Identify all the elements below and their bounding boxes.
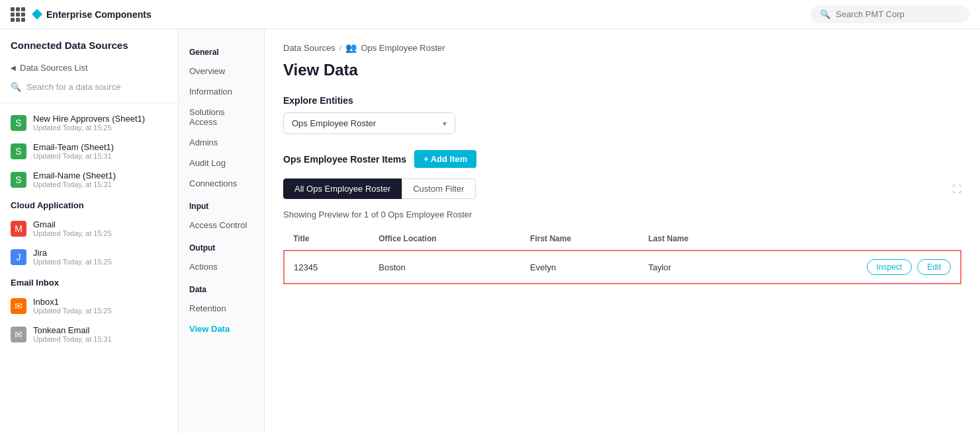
nav-item-view-data[interactable]: View Data bbox=[179, 319, 264, 339]
sidebar-item-sub: Updated Today, at 15:25 bbox=[33, 307, 112, 315]
sidebar-item-sub: Updated Today, at 15:25 bbox=[33, 258, 112, 266]
top-nav-left: Enterprise Components bbox=[11, 7, 152, 22]
sidebar-item-name: Jira bbox=[33, 248, 112, 258]
search-icon: 🔍 bbox=[11, 82, 21, 92]
search-input[interactable] bbox=[836, 9, 960, 19]
sidebar-back-link[interactable]: ◀ Data Sources List bbox=[0, 59, 178, 77]
breadcrumb-entity-icon: 👥 bbox=[345, 42, 357, 53]
table-row: 12345 Boston Evelyn Taylor Inspect Edit bbox=[284, 251, 961, 284]
app-logo: Enterprise Components bbox=[32, 9, 152, 20]
tonkean-email-icon: ✉ bbox=[11, 327, 26, 342]
sidebar-search[interactable]: 🔍 Search for a data source bbox=[0, 77, 178, 97]
entity-dropdown-value: Ops Employee Roster bbox=[292, 118, 376, 128]
col-last-name: Last Name bbox=[639, 227, 756, 251]
sidebar-item-name: Inbox1 bbox=[33, 297, 112, 307]
nav-item-audit-log[interactable]: Audit Log bbox=[179, 153, 264, 173]
cell-last-name: Taylor bbox=[639, 251, 756, 284]
sidebar-item-email-name[interactable]: S Email-Name (Sheet1) Updated Today, at … bbox=[0, 165, 178, 194]
breadcrumb-data-sources[interactable]: Data Sources bbox=[283, 43, 335, 53]
sidebar-item-sub: Updated Today, at 15:25 bbox=[33, 229, 112, 237]
sidebar-title: Connected Data Sources bbox=[0, 40, 178, 59]
back-arrow-icon: ◀ bbox=[11, 64, 16, 71]
col-office-location: Office Location bbox=[369, 227, 521, 251]
nav-item-admins[interactable]: Admins bbox=[179, 132, 264, 153]
sidebar-item-jira[interactable]: J Jira Updated Today, at 15:25 bbox=[0, 243, 178, 271]
sidebar-section-sheets: S New Hire Approvers (Sheet1) Updated To… bbox=[0, 108, 178, 194]
sidebar-item-inbox1[interactable]: ✉ Inbox1 Updated Today, at 15:25 bbox=[0, 292, 178, 320]
left-sidebar: Connected Data Sources ◀ Data Sources Li… bbox=[0, 29, 179, 433]
sheet-icon-email-name: S bbox=[11, 172, 26, 188]
col-title: Title bbox=[284, 227, 369, 251]
filter-tabs: All Ops Employee Roster Custom Filter ⛶ bbox=[283, 178, 961, 199]
sidebar-back-label: Data Sources List bbox=[20, 63, 88, 73]
sidebar-item-name: Email-Name (Sheet1) bbox=[33, 171, 116, 180]
explore-entities-label: Explore Entities bbox=[283, 95, 961, 106]
app-name: Enterprise Components bbox=[46, 9, 152, 20]
edit-button[interactable]: Edit bbox=[917, 259, 951, 275]
sidebar-item-gmail[interactable]: M Gmail Updated Today, at 15:25 bbox=[0, 214, 178, 243]
nav-sidebar: General Overview Information Solutions A… bbox=[179, 29, 265, 433]
gmail-icon: M bbox=[11, 221, 26, 237]
sidebar-item-sub: Updated Today, at 15:31 bbox=[33, 335, 112, 343]
main-layout: Connected Data Sources ◀ Data Sources Li… bbox=[0, 29, 980, 433]
nav-item-information[interactable]: Information bbox=[179, 81, 264, 102]
filter-tabs-left: All Ops Employee Roster Custom Filter bbox=[283, 178, 476, 199]
nav-section-data: Data bbox=[179, 277, 264, 298]
tab-all-ops[interactable]: All Ops Employee Roster bbox=[283, 178, 402, 199]
nav-section-output: Output bbox=[179, 235, 264, 256]
preview-label: Showing Preview for 1 of 0 Ops Employee … bbox=[283, 210, 961, 219]
top-nav: Enterprise Components 🔍 bbox=[0, 0, 980, 29]
sidebar-section-cloud: Cloud Application bbox=[0, 194, 178, 214]
cell-title: 12345 bbox=[284, 251, 369, 284]
cell-actions: Inspect Edit bbox=[756, 251, 961, 284]
breadcrumb-separator: / bbox=[339, 43, 342, 53]
sidebar-item-new-hire[interactable]: S New Hire Approvers (Sheet1) Updated To… bbox=[0, 108, 178, 137]
sidebar-item-tonkean-email[interactable]: ✉ Tonkean Email Updated Today, at 15:31 bbox=[0, 320, 178, 348]
col-actions bbox=[756, 227, 961, 251]
add-item-button[interactable]: + Add Item bbox=[414, 150, 476, 168]
nav-section-input: Input bbox=[179, 194, 264, 215]
logo-diamond-icon bbox=[32, 9, 42, 20]
sheet-icon-new-hire: S bbox=[11, 115, 26, 131]
sidebar-item-name: Email-Team (Sheet1) bbox=[33, 142, 114, 152]
grid-icon[interactable] bbox=[11, 7, 25, 22]
col-first-name: First Name bbox=[521, 227, 639, 251]
breadcrumb: Data Sources / 👥 Ops Employee Roster bbox=[283, 42, 961, 53]
nav-item-retention[interactable]: Retention bbox=[179, 298, 264, 319]
cell-office-location: Boston bbox=[369, 251, 521, 284]
sidebar-divider bbox=[0, 102, 178, 103]
items-header: Ops Employee Roster Items + Add Item bbox=[283, 150, 961, 168]
chevron-down-icon: ▾ bbox=[443, 119, 447, 128]
nav-item-overview[interactable]: Overview bbox=[179, 61, 264, 81]
tab-custom-filter[interactable]: Custom Filter bbox=[402, 178, 475, 199]
sidebar-item-name: Gmail bbox=[33, 219, 112, 229]
nav-item-solutions-access[interactable]: Solutions Access bbox=[179, 102, 264, 132]
entity-dropdown[interactable]: Ops Employee Roster ▾ bbox=[283, 112, 455, 134]
inbox1-icon: ✉ bbox=[11, 298, 26, 314]
sidebar-item-sub: Updated Today, at 15:31 bbox=[33, 180, 116, 188]
data-table: Title Office Location First Name Last Na… bbox=[283, 227, 961, 284]
page-title: View Data bbox=[283, 61, 961, 79]
nav-section-general: General bbox=[179, 40, 264, 61]
inspect-button[interactable]: Inspect bbox=[867, 259, 913, 275]
expand-icon[interactable]: ⛶ bbox=[952, 184, 961, 194]
sidebar-item-name: Tonkean Email bbox=[33, 325, 112, 335]
sidebar-item-sub: Updated Today, at 15:31 bbox=[33, 152, 114, 160]
items-label: Ops Employee Roster Items bbox=[283, 154, 406, 165]
sidebar-section-email-inbox: Email Inbox bbox=[0, 271, 178, 292]
sidebar-item-email-team[interactable]: S Email-Team (Sheet1) Updated Today, at … bbox=[0, 137, 178, 165]
nav-item-actions[interactable]: Actions bbox=[179, 256, 264, 277]
cell-first-name: Evelyn bbox=[521, 251, 639, 284]
jira-icon: J bbox=[11, 249, 26, 265]
table-body: 12345 Boston Evelyn Taylor Inspect Edit bbox=[284, 251, 961, 284]
main-content: Data Sources / 👥 Ops Employee Roster Vie… bbox=[265, 29, 980, 433]
nav-item-access-control[interactable]: Access Control bbox=[179, 215, 264, 235]
sidebar-search-label: Search for a data source bbox=[26, 82, 120, 92]
sheet-icon-email-team: S bbox=[11, 143, 26, 159]
table-header: Title Office Location First Name Last Na… bbox=[284, 227, 961, 251]
search-icon: 🔍 bbox=[820, 9, 830, 19]
sidebar-item-sub: Updated Today, at 15:25 bbox=[33, 124, 145, 132]
global-search[interactable]: 🔍 bbox=[811, 5, 969, 23]
breadcrumb-entity-name: Ops Employee Roster bbox=[361, 43, 445, 53]
nav-item-connections[interactable]: Connections bbox=[179, 173, 264, 194]
